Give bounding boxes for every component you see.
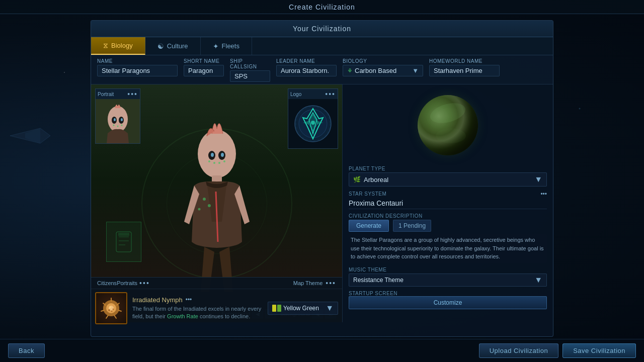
svg-point-31 xyxy=(311,121,315,125)
music-theme-select[interactable]: Resistance Theme ▼ xyxy=(349,274,547,287)
title-bar: Create Civilization xyxy=(0,0,644,14)
svg-point-5 xyxy=(208,160,210,162)
star-system-row: Star System ••• xyxy=(349,191,547,198)
map-color-bar-2 xyxy=(277,305,281,312)
citizens-title: Citizens xyxy=(97,280,117,286)
svg-point-26 xyxy=(117,126,119,127)
growth-rate-highlight: Growth Rate xyxy=(167,313,198,319)
back-button[interactable]: Back xyxy=(8,343,45,358)
portrait-box: Portrait ••• xyxy=(95,88,140,144)
upload-civilization-button[interactable]: Upload Civilization xyxy=(479,343,558,358)
planet-glow xyxy=(418,95,478,155)
map-theme-dots[interactable]: ••• xyxy=(326,279,336,287)
citizen-info: Irradiated Nymph ••• The final form of t… xyxy=(132,296,263,321)
short-name-field: Short Name Paragon xyxy=(184,58,224,82)
svg-point-46 xyxy=(111,311,113,312)
map-theme-bottom: Yellow Green ▼ xyxy=(268,302,338,315)
logo-dots-menu[interactable]: ••• xyxy=(325,90,336,98)
map-theme-dropdown-arrow: ▼ xyxy=(326,304,334,313)
svg-point-11 xyxy=(203,198,206,201)
portraits-dots[interactable]: ••• xyxy=(139,279,150,287)
pending-badge: 1 Pending xyxy=(393,220,431,232)
fields-row: Name Stellar Paragons Short Name Paragon… xyxy=(91,55,553,84)
star-system-dots[interactable]: ••• xyxy=(540,191,547,198)
character-figure xyxy=(162,121,272,292)
portrait-dots-menu[interactable]: ••• xyxy=(127,90,138,98)
culture-tab-icon: ☯ xyxy=(157,42,164,50)
biology-select[interactable]: ⚘ Carbon Based ▼ xyxy=(343,65,423,76)
leader-input[interactable]: Aurora Starborn. xyxy=(276,65,337,76)
planet-type-dropdown[interactable]: 🌿 Arboreal ▼ xyxy=(349,172,547,187)
planet-display xyxy=(415,93,480,158)
map-theme-select[interactable]: Yellow Green ▼ xyxy=(268,302,338,315)
citizen-avatar xyxy=(95,292,127,324)
startup-label: Startup Screen xyxy=(349,291,547,296)
callsign-field: Ship Callsign SPS xyxy=(230,58,270,82)
logo-box: Logo ••• xyxy=(288,88,338,149)
logo-label-text: Logo xyxy=(290,92,301,97)
svg-point-3 xyxy=(211,153,214,157)
name-field: Name Stellar Paragons xyxy=(97,58,178,82)
svg-point-44 xyxy=(108,309,110,311)
tabs-row: ⧖ Biology ☯ Culture ✦ Fleets xyxy=(91,37,553,55)
tab-fleets[interactable]: ✦ Fleets xyxy=(201,37,252,55)
biology-field: Biology ⚘ Carbon Based ▼ xyxy=(343,58,423,82)
map-color-bars xyxy=(272,305,281,312)
biology-tab-icon: ⧖ xyxy=(103,41,108,50)
map-theme-header: Map Theme ••• xyxy=(293,279,336,287)
generate-button[interactable]: Generate xyxy=(349,220,389,232)
customize-button[interactable]: Customize xyxy=(349,296,547,309)
planet-type-section: Planet Type 🌿 Arboreal ▼ xyxy=(349,166,547,187)
planet-sphere xyxy=(418,95,478,155)
svg-line-39 xyxy=(106,315,108,318)
save-civilization-button[interactable]: Save Civilization xyxy=(562,343,636,358)
bottom-right-buttons: Upload Civilization Save Civilization xyxy=(479,343,636,358)
planet-type-label: Planet Type xyxy=(349,166,547,171)
spaceship-left-decoration xyxy=(10,126,50,146)
svg-point-7 xyxy=(218,162,220,164)
citizen-dots[interactable]: ••• xyxy=(186,296,192,303)
content-area: Portrait ••• xyxy=(91,84,553,322)
citizens-header: Citizens Portraits ••• Map Theme ••• xyxy=(91,278,342,289)
portraits-controls: Portraits ••• xyxy=(117,279,150,287)
civ-desc-header: Generate 1 Pending xyxy=(349,220,547,232)
tab-culture-label: Culture xyxy=(167,42,188,50)
star-system-value: Proxima Centauri xyxy=(349,198,547,209)
svg-point-6 xyxy=(213,162,215,164)
callsign-input[interactable]: SPS xyxy=(230,70,270,82)
svg-point-0 xyxy=(198,130,236,178)
tab-fleets-label: Fleets xyxy=(222,42,239,50)
music-theme-label: Music Theme xyxy=(349,267,386,273)
homeworld-input[interactable]: Starhaven Prime xyxy=(429,65,500,76)
svg-point-8 xyxy=(223,160,225,162)
map-theme-header-label: Map Theme xyxy=(293,280,323,286)
svg-point-25 xyxy=(113,125,115,126)
tab-culture[interactable]: ☯ Culture xyxy=(145,37,201,55)
svg-point-43 xyxy=(109,306,111,308)
divider-1 xyxy=(349,209,547,209)
window-title: Create Civilization xyxy=(289,3,355,11)
map-theme-value: Yellow Green xyxy=(283,305,324,312)
short-name-label: Short Name xyxy=(184,58,224,64)
short-name-input[interactable]: Paragon xyxy=(184,65,224,76)
biology-icon: ⚘ xyxy=(347,67,353,74)
leader-field: Leader Name Aurora Starborn. xyxy=(276,58,337,82)
planet-type-value: Arboreal xyxy=(364,176,534,184)
citizen-name-text: Irradiated Nymph xyxy=(132,296,183,304)
logo-image[interactable] xyxy=(288,99,338,148)
right-panel: Planet Type 🌿 Arboreal ▼ Star System •••… xyxy=(343,84,553,322)
music-theme-row: Music Theme xyxy=(349,267,547,274)
panel-title: Your Civilization xyxy=(293,25,351,33)
svg-point-27 xyxy=(121,125,123,126)
citizen-description: The final form of the Irradiated excels … xyxy=(132,305,263,321)
portrait-image[interactable] xyxy=(96,99,140,143)
star-system-label: Star System xyxy=(349,191,386,197)
svg-point-45 xyxy=(113,309,114,310)
tab-biology[interactable]: ⧖ Biology xyxy=(91,37,145,55)
portrait-label-text: Portrait xyxy=(98,92,114,97)
panel-header: Your Civilization xyxy=(91,21,553,37)
fleets-tab-icon: ✦ xyxy=(213,42,219,50)
leader-label: Leader Name xyxy=(276,58,337,64)
name-input[interactable]: Stellar Paragons xyxy=(97,65,178,76)
music-theme-section: Music Theme Resistance Theme ▼ xyxy=(349,267,547,287)
